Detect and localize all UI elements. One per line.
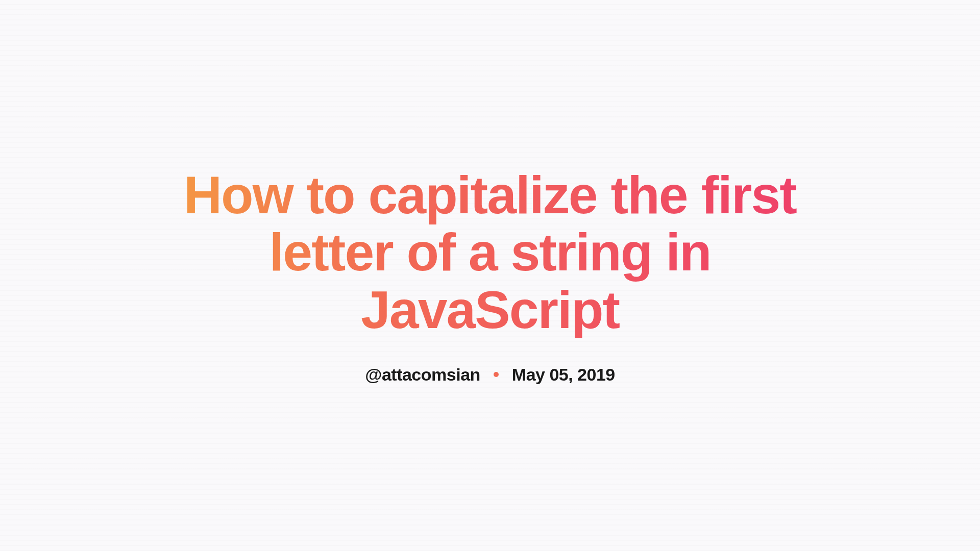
post-title: How to capitalize the first letter of a … xyxy=(147,166,833,338)
post-meta: @attacomsian May 05, 2019 xyxy=(365,365,615,385)
author-handle: @attacomsian xyxy=(365,365,480,385)
post-card: How to capitalize the first letter of a … xyxy=(147,166,833,385)
bullet-separator-icon xyxy=(494,372,499,377)
post-date: May 05, 2019 xyxy=(512,365,615,385)
